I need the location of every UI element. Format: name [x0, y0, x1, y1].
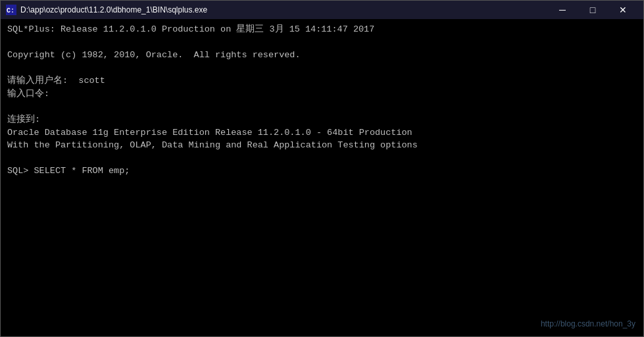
- terminal-line-7: 连接到:: [7, 113, 637, 126]
- svg-text:C:: C:: [7, 7, 14, 14]
- terminal-line-10: [7, 152, 637, 165]
- terminal-window: C: D:\app\ozc\product\11.2.0\dbhome_1\BI…: [0, 0, 644, 337]
- terminal-line-3: [7, 62, 637, 75]
- minimize-button[interactable]: ─: [547, 1, 578, 19]
- terminal-line-11: SQL> SELECT * FROM emp;: [7, 165, 637, 178]
- terminal-line-1: [7, 36, 637, 49]
- close-button[interactable]: ✕: [608, 1, 638, 19]
- terminal-line-6: [7, 100, 637, 113]
- title-bar: C: D:\app\ozc\product\11.2.0\dbhome_1\BI…: [1, 1, 643, 19]
- terminal-body[interactable]: SQL*Plus: Release 11.2.0.1.0 Production …: [1, 19, 643, 336]
- maximize-button[interactable]: □: [578, 1, 608, 19]
- terminal-line-4: 请输入用户名: scott: [7, 74, 637, 88]
- title-bar-buttons: ─ □ ✕: [547, 1, 638, 19]
- terminal-line-8: Oracle Database 11g Enterprise Edition R…: [7, 126, 637, 140]
- terminal-line-5: 输入口令:: [7, 88, 637, 101]
- watermark-text: http://blog.csdn.net/hon_3y: [541, 319, 635, 330]
- terminal-line-0: SQL*Plus: Release 11.2.0.1.0 Production …: [7, 23, 637, 36]
- terminal-line-2: Copyright (c) 1982, 2010, Oracle. All ri…: [7, 49, 637, 62]
- title-bar-text: D:\app\ozc\product\11.2.0\dbhome_1\BIN\s…: [20, 5, 542, 14]
- cmd-icon: C:: [6, 5, 16, 15]
- terminal-line-9: With the Partitioning, OLAP, Data Mining…: [7, 139, 637, 152]
